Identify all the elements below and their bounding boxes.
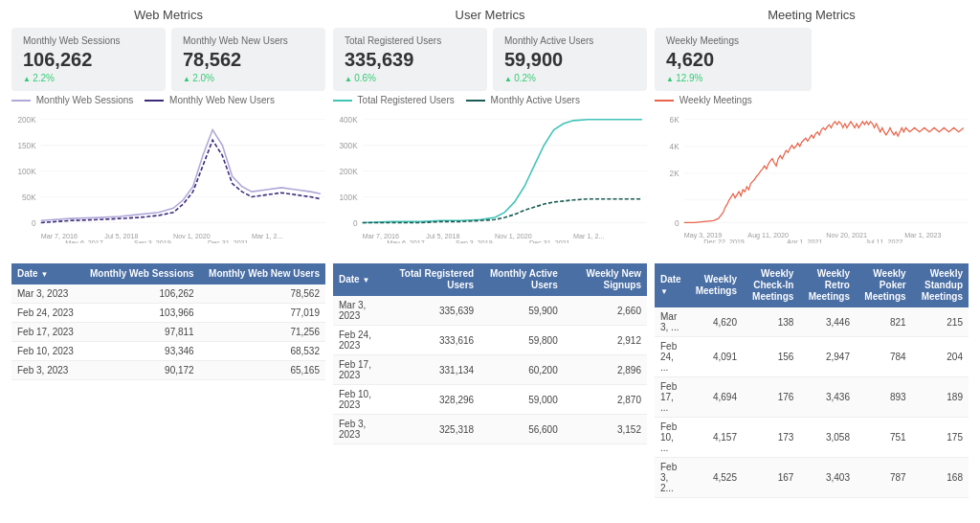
registered-users-change: 0.6% [345, 73, 476, 83]
web-sessions-cell: 90,172 [81, 361, 200, 380]
web-new-users-cell: 71,256 [200, 323, 325, 342]
svg-text:4K: 4K [670, 142, 679, 151]
web-new-users-card: Monthly Web New Users 78,562 2.0% [171, 28, 325, 91]
svg-text:Nov 20, 2021: Nov 20, 2021 [826, 230, 867, 239]
meeting-metrics-title: Meeting Metrics [655, 8, 969, 22]
active-users-legend: Monthly Active Users [466, 95, 580, 105]
weekly-meetings-legend: Weekly Meetings [655, 95, 752, 105]
web-new-users-change: 2.0% [183, 73, 314, 83]
registered-users-card: Total Registered Users 335,639 0.6% [333, 28, 487, 91]
user-metrics-chart: Total Registered Users Monthly Active Us… [333, 95, 647, 258]
svg-text:May 6, 2017: May 6, 2017 [65, 239, 102, 243]
web-sessions-card: Monthly Web Sessions 106,262 2.2% [11, 28, 166, 91]
weekly-meetings-header: Weekly Meetings [688, 263, 743, 307]
svg-text:Jul 11, 2022: Jul 11, 2022 [865, 238, 902, 243]
web-new-users-legend-line [145, 100, 164, 102]
web-date-cell: Feb 24, 2023 [11, 304, 81, 323]
web-sessions-cell: 93,346 [81, 342, 200, 361]
web-sessions-cell: 106,262 [81, 284, 200, 304]
table-row: Mar 3, 2023 335,639 59,900 2,660 [333, 296, 647, 326]
web-new-users-value: 78,562 [183, 48, 314, 71]
total-registered-header: Total Registered Users [387, 263, 479, 296]
web-date-cell: Mar 3, 2023 [11, 284, 81, 304]
user-metrics-table-section: Date ▼ Total Registered Users Monthly Ac… [333, 263, 647, 515]
svg-text:2K: 2K [670, 169, 679, 178]
user-metrics-section: User Metrics Total Registered Users 335,… [333, 8, 647, 91]
svg-text:0: 0 [675, 217, 679, 227]
user-metrics-table: Date ▼ Total Registered Users Monthly Ac… [333, 263, 647, 444]
svg-text:0: 0 [32, 217, 36, 227]
svg-text:Mar 1, 2...: Mar 1, 2... [252, 231, 282, 239]
web-sessions-value: 106,262 [23, 48, 154, 71]
svg-text:Apr 1, 2021: Apr 1, 2021 [787, 238, 822, 243]
poker-meetings-header: Weekly Poker Meetings [856, 263, 912, 307]
metrics-cards-row: Web Metrics Monthly Web Sessions 106,262… [0, 0, 980, 95]
monthly-active-header: Monthly Active Users [479, 263, 564, 296]
web-new-users-header: Monthly Web New Users [200, 263, 325, 284]
meeting-metric-cards: Weekly Meetings 4,620 12.9% [655, 28, 969, 91]
svg-text:200K: 200K [17, 115, 36, 125]
svg-text:Sep 3, 2019: Sep 3, 2019 [456, 239, 493, 243]
table-row: Mar 3, 2023 106,262 78,562 [11, 284, 325, 304]
user-metric-cards: Total Registered Users 335,639 0.6% Mont… [333, 28, 647, 91]
svg-text:Nov 1, 2020: Nov 1, 2020 [173, 231, 211, 239]
active-users-card: Monthly Active Users 59,900 0.2% [493, 28, 647, 91]
table-row: Mar 3, ... 4,620 138 3,446 821 215 [655, 307, 969, 337]
svg-text:Sep 3, 2019: Sep 3, 2019 [134, 239, 171, 243]
svg-text:Dec 22, 2019: Dec 22, 2019 [703, 238, 745, 243]
checkin-meetings-header: Weekly Check-In Meetings [743, 263, 799, 307]
weekly-meetings-value: 4,620 [666, 48, 800, 71]
web-metrics-chart: Monthly Web Sessions Monthly Web New Use… [11, 95, 325, 258]
svg-text:Mar 1, 2...: Mar 1, 2... [573, 231, 604, 239]
table-row: Feb 24, 2023 333,616 59,800 2,912 [333, 326, 647, 355]
web-metrics-table: Date ▼ Monthly Web Sessions Monthly Web … [11, 263, 325, 380]
user-chart-svg: 400K 300K 200K 100K 0 Mar 7, 2016 Jul 5,… [333, 109, 647, 243]
svg-text:200K: 200K [339, 167, 358, 176]
web-sessions-legend: Monthly Web Sessions [11, 95, 133, 105]
table-row: Feb 10, 2023 93,346 68,532 [11, 342, 325, 361]
table-row: Feb 10, ... 4,157 173 3,058 751 175 [655, 418, 969, 458]
weekly-meetings-label: Weekly Meetings [666, 35, 800, 46]
web-sessions-legend-line [11, 100, 31, 102]
svg-text:Nov 1, 2020: Nov 1, 2020 [495, 231, 532, 239]
meeting-metrics-table: Date ▼ Weekly Meetings Weekly Check-In M… [655, 263, 969, 498]
registered-users-label: Total Registered Users [345, 35, 476, 46]
svg-text:300K: 300K [339, 141, 358, 150]
web-date-header[interactable]: Date ▼ [11, 263, 81, 284]
dashboard: Web Metrics Monthly Web Sessions 106,262… [0, 0, 980, 523]
web-new-users-label: Monthly Web New Users [183, 35, 314, 46]
table-row: Feb 3, 2023 90,172 65,165 [11, 361, 325, 380]
table-row: Feb 17, 2023 331,134 60,200 2,896 [333, 355, 647, 385]
user-metrics-title: User Metrics [333, 8, 647, 22]
web-date-cell: Feb 10, 2023 [11, 342, 81, 361]
web-chart-legend: Monthly Web Sessions Monthly Web New Use… [11, 95, 325, 105]
active-users-label: Monthly Active Users [504, 35, 635, 46]
svg-text:50K: 50K [22, 193, 36, 202]
active-users-change: 0.2% [504, 73, 635, 83]
web-sessions-cell: 103,966 [81, 304, 200, 323]
registered-users-value: 335,639 [345, 48, 476, 71]
meeting-date-header[interactable]: Date ▼ [655, 263, 688, 307]
web-sessions-header: Monthly Web Sessions [81, 263, 200, 284]
web-sessions-label: Monthly Web Sessions [23, 35, 154, 46]
svg-text:6K: 6K [670, 115, 679, 125]
web-metrics-table-section: Date ▼ Monthly Web Sessions Monthly Web … [11, 263, 325, 515]
web-metric-cards: Monthly Web Sessions 106,262 2.2% Monthl… [11, 28, 325, 91]
table-row: Feb 24, 2023 103,966 77,019 [11, 304, 325, 323]
svg-text:0: 0 [353, 217, 358, 227]
web-date-cell: Feb 3, 2023 [11, 361, 81, 380]
svg-text:100K: 100K [339, 193, 358, 202]
user-chart-legend: Total Registered Users Monthly Active Us… [333, 95, 647, 105]
web-date-cell: Feb 17, 2023 [11, 323, 81, 342]
standup-meetings-header: Weekly Standup Meetings [912, 263, 969, 307]
charts-row: Monthly Web Sessions Monthly Web New Use… [0, 95, 980, 258]
meeting-chart-svg: 6K 4K 2K 0 May 3, 2019 Aug 11, 2020 Nov … [655, 109, 969, 243]
active-legend-line [466, 100, 485, 102]
meeting-metrics-chart: Weekly Meetings 6K 4K 2K 0 May 3, 2019 [655, 95, 969, 258]
svg-text:Dec 31, 2021: Dec 31, 2021 [529, 239, 570, 243]
user-date-header[interactable]: Date ▼ [333, 263, 387, 296]
svg-text:Dec 31, 2021: Dec 31, 2021 [208, 239, 249, 243]
registered-users-legend: Total Registered Users [333, 95, 455, 105]
weekly-meetings-change: 12.9% [666, 73, 800, 83]
table-row: Feb 17, ... 4,694 176 3,436 893 189 [655, 377, 969, 418]
